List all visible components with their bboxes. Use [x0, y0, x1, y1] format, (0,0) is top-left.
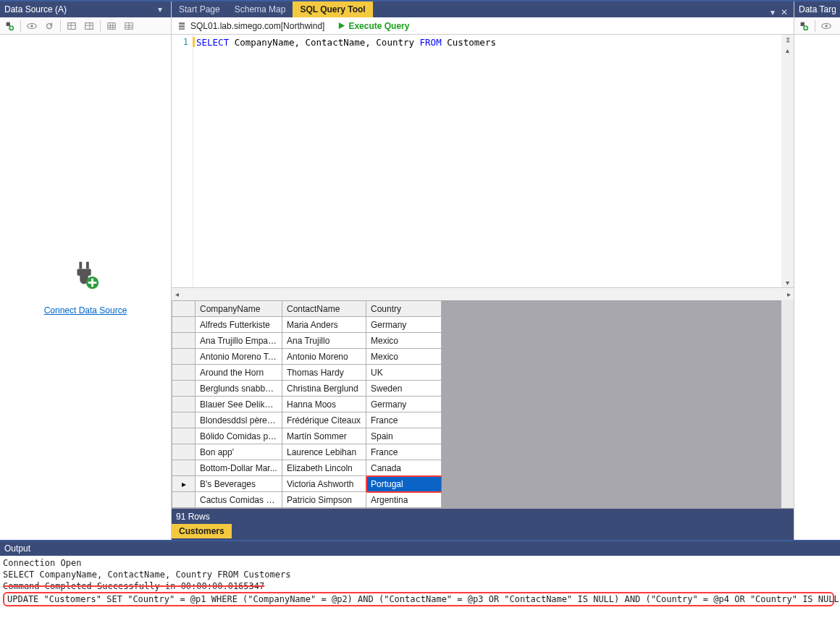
cell-company[interactable]: Bólido Comidas pr...: [196, 428, 282, 444]
cell-contact[interactable]: Maria Anders: [282, 317, 366, 333]
grid-vscrollbar[interactable]: [781, 300, 794, 508]
cell-contact[interactable]: Victoria Ashworth: [282, 476, 366, 492]
cell-country[interactable]: Canada: [366, 460, 442, 476]
add-target-icon[interactable]: [797, 20, 810, 33]
table-row[interactable]: Bottom-Dollar Mar...Elizabeth LincolnCan…: [172, 460, 442, 476]
cell-company[interactable]: Bottom-Dollar Mar...: [196, 460, 282, 476]
row-header[interactable]: [172, 397, 196, 412]
cell-country[interactable]: UK: [366, 365, 442, 381]
editor-hscrollbar[interactable]: ◂ ▸: [172, 288, 794, 300]
results-grid[interactable]: CompanyName ContactName Country Alfreds …: [172, 300, 442, 508]
table-row[interactable]: Cactus Comidas pa...Patricio SimpsonArge…: [172, 492, 442, 508]
cell-company[interactable]: Blondesddsl père et...: [196, 412, 282, 428]
row-header[interactable]: [172, 317, 196, 333]
cell-country[interactable]: Sweden: [366, 381, 442, 397]
output-line: Connection Open: [3, 557, 837, 569]
row-header[interactable]: [172, 492, 196, 508]
table-row[interactable]: Antonio Moreno Ta...Antonio MorenoMexico: [172, 349, 442, 365]
collapse-icon[interactable]: ⇕: [785, 35, 791, 45]
output-line: SELECT CompanyName, ContactName, Country…: [3, 569, 837, 580]
cell-country[interactable]: France: [366, 412, 442, 428]
col-contact[interactable]: ContactName: [282, 301, 366, 317]
table2-icon[interactable]: [83, 20, 96, 33]
row-header[interactable]: [172, 444, 196, 460]
cell-company[interactable]: Ana Trujillo Empare...: [196, 333, 282, 349]
row-header[interactable]: [172, 381, 196, 397]
cell-company[interactable]: Antonio Moreno Ta...: [196, 349, 282, 365]
scroll-down-icon[interactable]: ▾: [786, 277, 789, 287]
cell-country[interactable]: Spain: [366, 428, 442, 444]
table-row[interactable]: Blauer See Delikate...Hanna MoosGermany: [172, 397, 442, 412]
data-target-title: Data Target: [799, 4, 836, 14]
cell-company[interactable]: Bon app': [196, 444, 282, 460]
cell-company[interactable]: Alfreds Futterkiste: [196, 317, 282, 333]
cell-contact[interactable]: Laurence Lebihan: [282, 444, 366, 460]
row-header[interactable]: [172, 333, 196, 349]
output-body[interactable]: Connection OpenSELECT CompanyName, Conta…: [0, 556, 840, 617]
preview-icon[interactable]: [25, 20, 38, 33]
col-company[interactable]: CompanyName: [196, 301, 282, 317]
svg-rect-28: [179, 22, 185, 25]
cell-company[interactable]: B's Beverages: [196, 476, 282, 492]
data-target-panel: Data Target: [794, 1, 840, 540]
table-row[interactable]: Ana Trujillo Empare...Ana TrujilloMexico: [172, 333, 442, 349]
cell-country[interactable]: Mexico: [366, 333, 442, 349]
tab-schema-map[interactable]: Schema Map: [227, 1, 293, 17]
cell-contact[interactable]: Martín Sommer: [282, 428, 366, 444]
cell-country[interactable]: France: [366, 444, 442, 460]
grid2-icon[interactable]: [122, 20, 135, 33]
table-row[interactable]: Bon app'Laurence LebihanFrance: [172, 444, 442, 460]
editor-code[interactable]: SELECT CompanyName, ContactName, Country…: [193, 35, 781, 287]
cell-contact[interactable]: Frédérique Citeaux: [282, 412, 366, 428]
cell-contact[interactable]: Patricio Simpson: [282, 492, 366, 508]
cell-contact[interactable]: Thomas Hardy: [282, 365, 366, 381]
cell-contact[interactable]: Christina Berglund: [282, 381, 366, 397]
row-header[interactable]: [172, 428, 196, 444]
tab-sql-query-tool[interactable]: SQL Query Tool: [293, 1, 372, 17]
table-row[interactable]: Berglunds snabbköpChristina BerglundSwed…: [172, 381, 442, 397]
refresh-icon[interactable]: [43, 20, 56, 33]
sql-editor[interactable]: 1 SELECT CompanyName, ContactName, Count…: [172, 35, 794, 288]
svg-rect-27: [88, 282, 96, 284]
col-country[interactable]: Country: [366, 301, 442, 317]
cell-contact[interactable]: Antonio Moreno: [282, 349, 366, 365]
preview-target-icon[interactable]: [820, 20, 833, 33]
tabs-close-icon[interactable]: ✕: [781, 7, 788, 17]
editor-vscrollbar[interactable]: ⇕ ▴ ▾: [781, 35, 794, 287]
table-row[interactable]: ▸B's BeveragesVictoria AshworthPortugal: [172, 476, 442, 492]
result-tab-customers[interactable]: Customers: [172, 524, 232, 538]
cell-country[interactable]: Argentina: [366, 492, 442, 508]
grid1-icon[interactable]: [105, 20, 118, 33]
row-header[interactable]: [172, 460, 196, 476]
execute-query-button[interactable]: Execute Query: [337, 21, 409, 31]
cell-country[interactable]: Portugal: [366, 476, 442, 492]
cell-company[interactable]: Around the Horn: [196, 365, 282, 381]
scroll-right-icon[interactable]: ▸: [784, 290, 794, 298]
table-row[interactable]: Alfreds FutterkisteMaria AndersGermany: [172, 317, 442, 333]
cell-country[interactable]: Mexico: [366, 349, 442, 365]
table1-icon[interactable]: [65, 20, 78, 33]
tab-start-page[interactable]: Start Page: [172, 1, 227, 17]
connect-data-source-link[interactable]: Connect Data Source: [44, 305, 127, 316]
cell-contact[interactable]: Ana Trujillo: [282, 333, 366, 349]
cell-company[interactable]: Berglunds snabbköp: [196, 381, 282, 397]
cell-country[interactable]: Germany: [366, 397, 442, 412]
table-row[interactable]: Bólido Comidas pr...Martín SommerSpain: [172, 428, 442, 444]
row-header[interactable]: [172, 412, 196, 428]
cell-contact[interactable]: Hanna Moos: [282, 397, 366, 412]
scroll-up-icon[interactable]: ▴: [786, 45, 789, 55]
add-connection-icon[interactable]: [3, 20, 16, 33]
cell-contact[interactable]: Elizabeth Lincoln: [282, 460, 366, 476]
table-row[interactable]: Blondesddsl père et...Frédérique Citeaux…: [172, 412, 442, 428]
row-header[interactable]: ▸: [172, 476, 196, 492]
scroll-left-icon[interactable]: ◂: [172, 290, 182, 298]
cell-company[interactable]: Cactus Comidas pa...: [196, 492, 282, 508]
row-header[interactable]: [172, 365, 196, 381]
cell-country[interactable]: Germany: [366, 317, 442, 333]
data-target-toolbar: [794, 17, 840, 35]
dropdown-icon[interactable]: ▾: [158, 4, 162, 14]
cell-company[interactable]: Blauer See Delikate...: [196, 397, 282, 412]
tabs-dropdown-icon[interactable]: ▾: [770, 7, 775, 17]
table-row[interactable]: Around the HornThomas HardyUK: [172, 365, 442, 381]
row-header[interactable]: [172, 349, 196, 365]
